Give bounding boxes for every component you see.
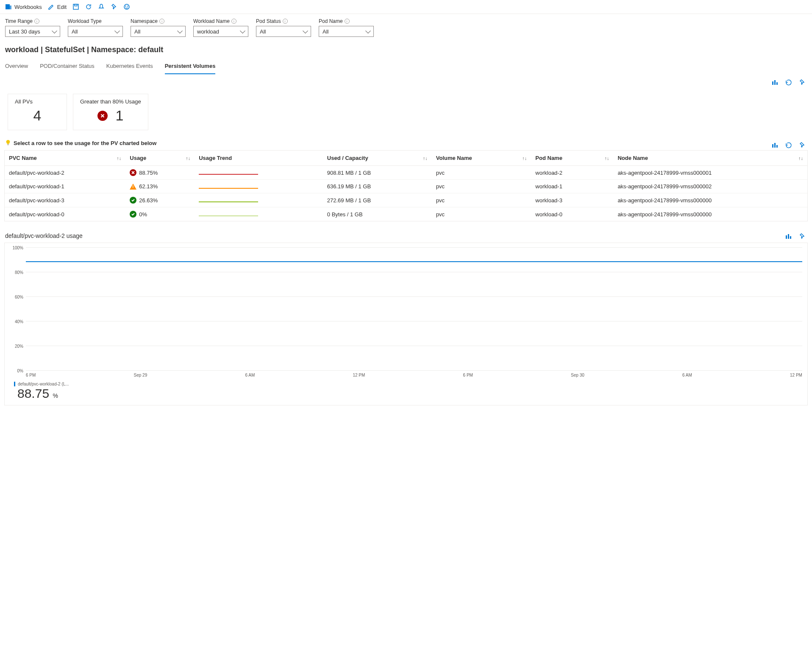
cell-usage: 88.75%	[125, 166, 195, 180]
cell-pvc-name: default/pvc-workload-1	[5, 180, 125, 193]
table-row[interactable]: default/pvc-workload-326.63%272.69 MB / …	[5, 193, 807, 207]
workbooks-button[interactable]: Workbooks	[5, 3, 42, 10]
log-analytics-icon[interactable]	[785, 232, 793, 240]
cell-usage: 62.13%	[125, 180, 195, 193]
cell-volume-name: pvc	[432, 193, 531, 207]
tab-persistent-volumes[interactable]: Persistent Volumes	[165, 60, 216, 74]
chart-legend: default/pvc-workload-2 (L... 88.75 %	[14, 382, 804, 401]
card-gt80-label: Greater than 80% Usage	[80, 98, 141, 105]
sort-icon: ↑↓	[604, 156, 609, 161]
tab-pod-container-status[interactable]: POD/Container Status	[40, 60, 95, 74]
grid-line: 0%	[26, 370, 802, 371]
filter-label-namespace: Namespace	[131, 18, 158, 24]
svg-rect-7	[772, 81, 773, 85]
cell-pod-name: workload-2	[531, 166, 613, 180]
undo-icon[interactable]	[785, 78, 793, 86]
filters-row: Time Rangei Last 30 days Workload Type A…	[0, 14, 812, 43]
pin-icon[interactable]	[111, 3, 117, 10]
svg-rect-16	[790, 236, 791, 239]
sort-icon: ↑↓	[798, 156, 803, 161]
cell-usage-trend	[195, 207, 323, 221]
pin-section-icon[interactable]	[798, 141, 806, 149]
col-volume-name[interactable]: Volume Name↑↓	[432, 151, 531, 166]
cell-pod-name: workload-3	[531, 193, 613, 207]
legend-series-value: 88.75 %	[14, 386, 804, 401]
col-node-name[interactable]: Node Name↑↓	[613, 151, 807, 166]
tab-overview[interactable]: Overview	[5, 60, 28, 74]
svg-rect-12	[774, 143, 776, 148]
select-workload-type[interactable]: All	[68, 26, 123, 37]
svg-rect-11	[772, 144, 773, 148]
workbook-icon	[5, 3, 12, 10]
card-gt80-usage[interactable]: Greater than 80% Usage 1	[73, 94, 148, 130]
filter-time-range: Time Rangei Last 30 days	[5, 18, 60, 37]
sort-icon: ↑↓	[117, 156, 121, 161]
card-all-pvs-value: 4	[33, 107, 42, 124]
pin-section-icon[interactable]	[798, 78, 806, 86]
svg-point-5	[125, 6, 126, 6]
trend-sparkline	[199, 201, 258, 203]
edit-icon	[48, 3, 55, 10]
cell-usage: 26.63%	[125, 193, 195, 207]
table-row[interactable]: default/pvc-workload-288.75%908.81 MB / …	[5, 166, 807, 180]
col-pod-name[interactable]: Pod Name↑↓	[531, 151, 613, 166]
x-axis-label: 12 PM	[353, 373, 365, 377]
cell-pvc-name: default/pvc-workload-0	[5, 207, 125, 221]
grid-line: 40%	[26, 321, 802, 321]
info-icon[interactable]: i	[283, 19, 288, 24]
select-workload-name[interactable]: workload	[193, 26, 248, 37]
info-icon[interactable]: i	[231, 19, 236, 24]
chart-x-axis: 6 PMSep 296 AM12 PM6 PMSep 306 AM12 PM	[26, 373, 802, 377]
save-icon[interactable]	[72, 3, 79, 10]
cell-used-capacity: 0 Bytes / 1 GB	[323, 207, 432, 221]
edit-label: Edit	[57, 4, 67, 10]
log-analytics-icon[interactable]	[771, 141, 779, 149]
filter-pod-status: Pod Statusi All	[256, 18, 311, 37]
cell-volume-name: pvc	[432, 166, 531, 180]
info-icon[interactable]: i	[159, 19, 164, 24]
x-axis-label: Sep 30	[571, 373, 584, 377]
log-analytics-icon[interactable]	[771, 78, 779, 86]
col-usage[interactable]: Usage↑↓	[125, 151, 195, 166]
sort-icon: ↑↓	[186, 156, 190, 161]
pin-section-icon[interactable]	[798, 232, 806, 240]
grid-line: 20%	[26, 346, 802, 346]
select-namespace[interactable]: All	[131, 26, 186, 37]
y-axis-label: 0%	[9, 369, 23, 373]
info-icon[interactable]: i	[34, 19, 39, 24]
table-row[interactable]: default/pvc-workload-00%0 Bytes / 1 GBpv…	[5, 207, 807, 221]
hint-text: Select a row to see the usage for the PV…	[14, 140, 156, 146]
info-icon[interactable]: i	[345, 19, 350, 24]
svg-rect-9	[776, 82, 778, 85]
cell-pvc-name: default/pvc-workload-2	[5, 166, 125, 180]
cell-usage-trend	[195, 193, 323, 207]
feedback-icon[interactable]	[123, 3, 130, 10]
select-pod-name[interactable]: All	[319, 26, 374, 37]
card-all-pvs[interactable]: All PVs 4	[8, 94, 67, 130]
tab-kubernetes-events[interactable]: Kubernetes Events	[106, 60, 153, 74]
sort-icon: ↑↓	[522, 156, 527, 161]
cell-volume-name: pvc	[432, 180, 531, 193]
error-icon	[130, 169, 136, 176]
chart-section-actions	[785, 232, 806, 240]
select-time-range[interactable]: Last 30 days	[5, 26, 60, 37]
svg-rect-1	[10, 6, 11, 9]
edit-button[interactable]: Edit	[48, 3, 67, 10]
table-row[interactable]: default/pvc-workload-162.13%636.19 MB / …	[5, 180, 807, 193]
table-section-actions	[771, 141, 806, 149]
filter-namespace: Namespacei All	[131, 18, 186, 37]
refresh-icon[interactable]	[85, 3, 92, 10]
filter-label-workload-type: Workload Type	[68, 18, 102, 24]
error-status-icon	[97, 111, 108, 121]
y-axis-label: 80%	[9, 270, 23, 275]
col-pvc-name[interactable]: PVC Name↑↓	[5, 151, 125, 166]
col-usage-trend[interactable]: Usage Trend	[195, 151, 323, 166]
section-actions	[0, 74, 812, 89]
select-pod-status[interactable]: All	[256, 26, 311, 37]
card-gt80-value: 1	[115, 107, 123, 124]
cell-usage-trend	[195, 166, 323, 180]
col-used-capacity[interactable]: Used / Capacity↑↓	[323, 151, 432, 166]
top-toolbar: Workbooks Edit	[0, 0, 812, 14]
undo-icon[interactable]	[785, 141, 793, 149]
alert-icon[interactable]	[98, 3, 105, 10]
